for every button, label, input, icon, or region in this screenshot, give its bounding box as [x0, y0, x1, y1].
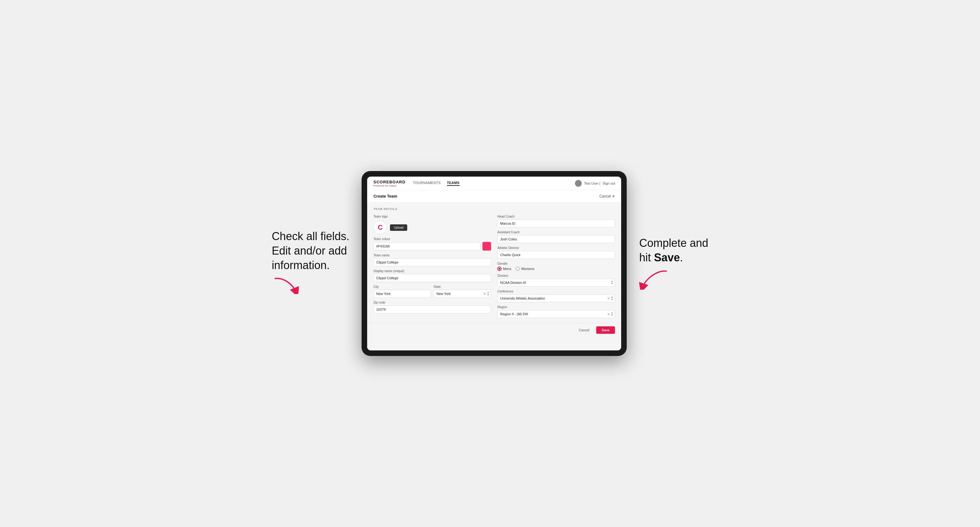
cancel-button[interactable]: Cancel: [575, 326, 593, 334]
logo-sub: Powered by clippd: [373, 184, 406, 187]
sign-out-link[interactable]: Sign out: [603, 181, 615, 185]
colour-input[interactable]: [373, 242, 480, 250]
mens-label: Mens: [503, 267, 511, 271]
nav-tournaments[interactable]: TOURNAMENTS: [413, 181, 441, 186]
right-annotation: Complete and hit Save.: [639, 236, 708, 265]
team-logo-label: Team logo: [373, 215, 491, 218]
conference-field: Conference University Athletic Associati…: [497, 290, 615, 302]
conference-clear-icon[interactable]: ✕: [607, 297, 610, 300]
state-select-wrapper: New York ✕ ▲▼: [433, 290, 491, 298]
division-label: Division: [497, 274, 615, 277]
region-select[interactable]: Region II - (M) DIII: [497, 310, 615, 318]
form-body: TEAM DETAILS Team logo C: [367, 203, 621, 323]
team-colour-label: Team colour: [373, 237, 491, 241]
conference-select[interactable]: University Athletic Association: [497, 294, 615, 302]
athletic-director-label: Athletic Director: [497, 246, 615, 250]
conference-select-wrapper: University Athletic Association ✕ ▲▼: [497, 294, 615, 302]
right-period: .: [680, 251, 683, 264]
section-label: TEAM DETAILS: [373, 207, 615, 211]
annotation-line1: Check all fields.: [272, 230, 349, 243]
region-field: Region Region II - (M) DIII ✕ ▲▼: [497, 305, 615, 318]
form-left: Team logo C Upload Team colo: [373, 215, 491, 318]
gender-field: Gender Mens Womens: [497, 262, 615, 271]
region-label: Region: [497, 305, 615, 309]
womens-label: Womens: [521, 267, 534, 271]
womens-radio-dot: [515, 267, 520, 271]
region-select-wrapper: Region II - (M) DIII ✕ ▲▼: [497, 310, 615, 318]
division-field: Division NCAA Division III ▲▼: [497, 274, 615, 287]
user-name: Test User |: [584, 181, 600, 185]
form-right: Head Coach Assistant Coach Athletic Dire…: [497, 215, 615, 318]
region-clear-icon[interactable]: ✕: [607, 313, 610, 316]
tablet-screen: SCOREBOARD Powered by clippd TOURNAMENTS…: [367, 176, 621, 351]
display-name-input[interactable]: [373, 274, 491, 282]
right-annotation-wrap: Complete and hit Save.: [639, 236, 708, 291]
page-container: Check all fields. Edit and/or add inform…: [12, 171, 968, 356]
right-line2: hit: [639, 251, 654, 264]
assistant-coach-input[interactable]: [497, 235, 615, 243]
gender-womens-option[interactable]: Womens: [515, 267, 534, 271]
team-colour-field: Team colour: [373, 237, 491, 251]
left-annotation: Check all fields. Edit and/or add inform…: [272, 229, 349, 298]
right-bold: Save: [654, 251, 680, 264]
city-input[interactable]: [373, 290, 431, 298]
state-field: State New York ✕ ▲▼: [433, 285, 491, 298]
form-wrapper: Create Team Cancel ✕ TEAM DETAILS Team: [367, 190, 621, 351]
colour-row: [373, 242, 491, 251]
logo-letter: C: [378, 224, 383, 232]
head-coach-label: Head Coach: [497, 215, 615, 218]
division-select-wrapper: NCAA Division III ▲▼: [497, 279, 615, 287]
conference-label: Conference: [497, 290, 615, 293]
city-field: City: [373, 285, 431, 298]
save-button[interactable]: Save: [596, 326, 615, 334]
head-coach-field: Head Coach: [497, 215, 615, 227]
team-name-input[interactable]: [373, 258, 491, 266]
gender-row: Mens Womens: [497, 267, 615, 271]
annotation-line2: Edit and/or add: [272, 244, 347, 257]
left-arrow: [272, 276, 349, 298]
right-arrow: [639, 268, 708, 291]
zip-label: Zip code: [373, 301, 491, 304]
athletic-director-field: Athletic Director: [497, 246, 615, 259]
annotation-line3: information.: [272, 259, 329, 271]
state-select[interactable]: New York: [433, 290, 491, 298]
state-clear-icon[interactable]: ✕: [484, 292, 486, 295]
logo-title: SCOREBOARD: [373, 180, 406, 184]
state-label: State: [433, 285, 491, 289]
athletic-director-input[interactable]: [497, 251, 615, 259]
nav-teams[interactable]: TEAMS: [447, 181, 460, 186]
city-state-row: City State New York: [373, 285, 491, 298]
display-name-field: Display name (unique): [373, 269, 491, 282]
logo-section: Team logo C Upload: [373, 215, 491, 234]
display-name-label: Display name (unique): [373, 269, 491, 273]
app-logo: SCOREBOARD Powered by clippd: [373, 180, 406, 187]
form-title: Create Team: [373, 194, 397, 198]
mens-radio-dot: [497, 267, 501, 271]
team-name-field: Team name: [373, 254, 491, 266]
assistant-coach-label: Assistant Coach: [497, 230, 615, 234]
zip-field: Zip code: [373, 301, 491, 313]
gender-mens-option[interactable]: Mens: [497, 267, 511, 271]
tablet-frame: SCOREBOARD Powered by clippd TOURNAMENTS…: [362, 171, 627, 356]
colour-swatch[interactable]: [482, 242, 491, 251]
right-line1: Complete and: [639, 237, 708, 249]
user-avatar: [575, 180, 582, 187]
form-columns: Team logo C Upload Team colo: [373, 215, 615, 318]
upload-button[interactable]: Upload: [390, 224, 407, 231]
division-select[interactable]: NCAA Division III: [497, 279, 615, 287]
nav-bar: SCOREBOARD Powered by clippd TOURNAMENTS…: [367, 176, 621, 190]
nav-links: TOURNAMENTS TEAMS: [413, 181, 574, 186]
logo-preview-row: C Upload: [373, 221, 491, 234]
gender-label: Gender: [497, 262, 615, 265]
form-footer: Cancel Save: [367, 323, 621, 337]
zip-input[interactable]: [373, 305, 491, 313]
assistant-coach-field: Assistant Coach: [497, 230, 615, 243]
head-coach-input[interactable]: [497, 219, 615, 227]
team-name-label: Team name: [373, 254, 491, 257]
form-header: Create Team Cancel ✕: [367, 190, 621, 203]
nav-right: Test User | Sign out: [575, 180, 615, 187]
logo-circle: C: [373, 221, 387, 234]
cancel-header-btn[interactable]: Cancel ✕: [599, 194, 615, 198]
city-label: City: [373, 285, 431, 289]
